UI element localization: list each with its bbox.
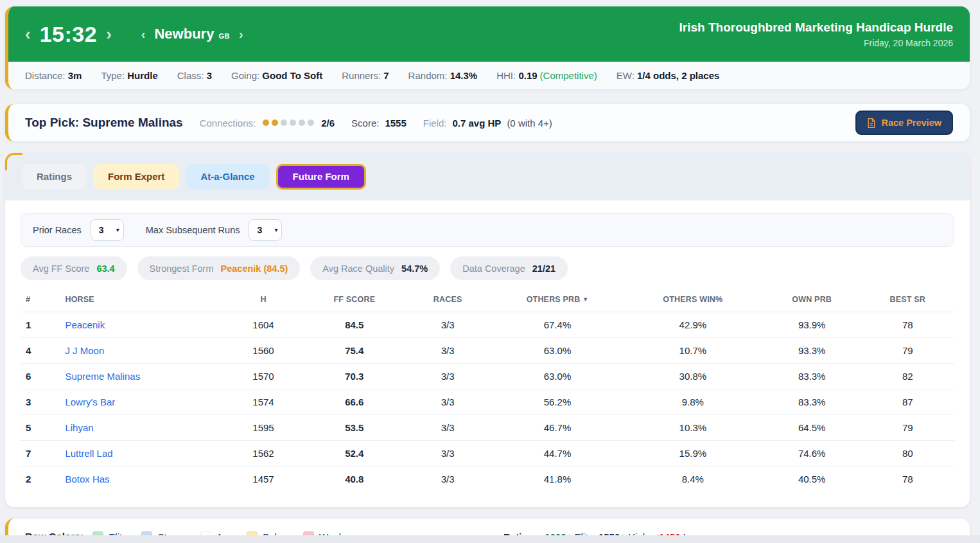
own-prb: 64.5% [763,415,861,441]
stats-row: Avg FF Score 63.4 Strongest Form Peaceni… [21,256,954,280]
chevron-right-icon[interactable]: › [239,28,243,40]
horse-link[interactable]: Luttrell Lad [65,448,112,459]
tab-ratings[interactable]: Ratings [22,164,87,190]
col-header-h[interactable]: H [222,290,306,312]
top-pick-card: Top Pick: Supreme Malinas Connections: 2… [5,104,970,141]
table-row: 7 Luttrell Lad 1562 52.4 3/3 44.7% 15.9%… [21,441,954,467]
horse-link[interactable]: Botox Has [65,474,109,485]
others-prb: 46.7% [492,415,623,441]
field-label: Field: [423,118,447,129]
races: 3/3 [403,415,492,441]
table-row: 1 Peacenik 1604 84.5 3/3 67.4% 42.9% 93.… [21,312,954,338]
races: 3/3 [403,338,492,364]
connection-dot [308,120,314,126]
prior-races-select-wrap: 3 ▾ [91,219,124,241]
connection-dot [299,120,305,126]
prior-races-select[interactable]: 3 [91,219,124,241]
connection-dot [290,120,296,126]
tab-form-expert[interactable]: Form Expert [93,164,179,190]
saddle-number: 4 [21,338,62,364]
others-win: 10.7% [623,338,763,364]
best-sr: 80 [861,441,954,467]
best-sr: 79 [861,338,954,364]
race-info-distance: Distance: 3m [25,70,82,81]
table-row: 2 Botox Has 1457 40.8 3/3 41.8% 8.4% 40.… [21,467,954,492]
horse-link[interactable]: Lihyan [65,422,93,433]
max-subsequent-runs-label: Max Subsequent Runs [146,225,240,235]
future-form-table: # HORSE H FF SCORE RACES OTHERS PRB ▼ OT… [21,290,954,492]
course-country-code: GB [218,32,230,40]
ff-score: 40.8 [305,467,403,492]
future-form-panel: Prior Races 3 ▾ Max Subsequent Runs 3 ▾ … [5,200,970,507]
others-win: 8.4% [623,467,763,492]
field-group: Field: 0.7 avg HP (0 with 4+) [423,118,552,129]
stat-avg-race-quality: Avg Race Quality 54.7% [310,256,440,280]
col-header-own-prb[interactable]: OWN PRB [763,290,861,312]
tab-future-form[interactable]: Future Form [276,164,366,190]
connections-dots [263,120,314,126]
course-name: Newbury [154,26,214,42]
race-title: Irish Thoroughbred Marketing Handicap Hu… [679,21,953,35]
best-sr: 78 [861,467,954,492]
saddle-number: 7 [21,441,62,467]
own-prb: 93.9% [763,312,861,338]
connection-dot [281,120,287,126]
ff-score: 52.4 [305,441,403,467]
stat-data-coverage: Data Coverage 21/21 [450,256,568,280]
others-win: 30.8% [623,364,763,389]
col-header-ff-score[interactable]: FF SCORE [305,290,403,312]
race-info-random: Random: 14.3% [408,70,478,81]
saddle-number: 2 [21,467,62,492]
col-header-horse[interactable]: HORSE [62,290,221,312]
field-value: 0.7 avg HP [453,118,502,129]
horse-link[interactable]: J J Moon [65,345,104,356]
others-win: 9.8% [623,389,763,415]
col-header-num[interactable]: # [21,290,62,312]
race-info-class: Class: 3 [177,70,212,81]
score-value: 1555 [385,118,406,129]
horse-link[interactable]: Peacenik [65,319,105,330]
table-header-row: # HORSE H FF SCORE RACES OTHERS PRB ▼ OT… [21,290,954,312]
others-prb: 56.2% [492,389,623,415]
saddle-number: 3 [21,389,62,415]
h-rating: 1457 [222,467,306,492]
field-note: (0 with 4+) [507,118,552,129]
race-preview-label: Race Preview [881,118,941,128]
prior-races-label: Prior Races [33,225,82,235]
race-info-ew: EW: 1/4 odds, 2 places [617,70,720,81]
races: 3/3 [403,312,492,338]
others-win: 42.9% [623,312,763,338]
tabs-strip: Ratings Form Expert At-a-Glance Future F… [5,153,970,200]
col-header-others-win[interactable]: OTHERS WIN% [623,290,763,312]
chevron-left-icon[interactable]: ‹ [141,28,146,40]
tab-at-a-glance[interactable]: At-a-Glance [186,164,269,190]
horse-link[interactable]: Supreme Malinas [65,371,140,382]
hhi-competitive-note: (Competitive) [540,70,597,81]
race-info-going: Going: Good To Soft [231,70,322,81]
connections-label: Connections: [200,118,256,129]
col-header-best-sr[interactable]: BEST SR [861,290,954,312]
h-rating: 1570 [222,364,306,389]
race-header: ‹ 15:32 › ‹ Newbury GB › Irish Thoroughb… [8,6,970,62]
col-header-others-prb[interactable]: OTHERS PRB ▼ [492,290,623,312]
chevron-left-icon[interactable]: ‹ [25,26,31,42]
ff-score: 70.3 [305,364,403,389]
own-prb: 83.3% [763,364,861,389]
h-rating: 1562 [222,441,306,467]
others-prb: 63.0% [492,364,623,389]
connections-group: Connections: 2/6 [200,118,335,129]
col-header-races[interactable]: RACES [403,290,492,312]
races: 3/3 [403,389,492,415]
race-preview-button[interactable]: Race Preview [855,111,953,135]
chevron-right-icon[interactable]: › [106,26,112,42]
others-win: 10.3% [623,415,763,441]
horse-link[interactable]: Lowry's Bar [65,396,115,407]
own-prb: 93.3% [763,338,861,364]
max-subsequent-runs-select[interactable]: 3 [249,219,282,241]
best-sr: 82 [861,364,954,389]
ff-score: 66.6 [305,389,403,415]
connection-dot [272,120,278,126]
best-sr: 79 [861,415,954,441]
race-info-type: Type: Hurdle [101,70,157,81]
best-sr: 78 [861,312,954,338]
